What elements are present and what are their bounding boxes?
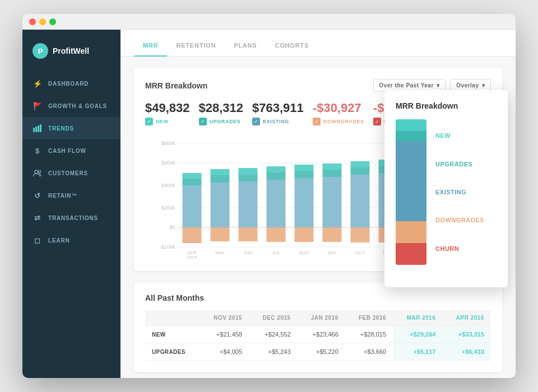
sidebar-item-trends[interactable]: Trends — [22, 117, 120, 139]
metric-value-downgrades: -$30,927 — [313, 101, 364, 115]
svg-rect-34 — [267, 166, 286, 172]
sidebar-item-label: Growth & Goals — [48, 103, 107, 109]
metric-value-new: $49,832 — [145, 101, 190, 115]
svg-point-4 — [35, 170, 38, 174]
svg-rect-41 — [323, 170, 342, 177]
svg-rect-40 — [323, 177, 342, 227]
titlebar — [22, 14, 516, 30]
row-val-upgrades-apr: +$6,410 — [442, 343, 491, 361]
checkbox-existing[interactable]: ✓ — [252, 118, 260, 125]
logo: P ProfitWell — [22, 35, 120, 67]
svg-text:JUN: JUN — [244, 250, 253, 255]
sidebar-item-label: Cash Flow — [48, 148, 86, 154]
svg-rect-26 — [211, 169, 230, 175]
top-tabs: MRR Retention Plans Cohorts — [120, 30, 516, 57]
checkbox-upgrades[interactable]: ✓ — [199, 118, 207, 125]
overlay-label-upgrades: UPGRADES — [435, 161, 484, 167]
metric-label-row-upgrades: ✓ UPGRADES — [199, 118, 244, 125]
sidebar-item-customers[interactable]: Customers — [22, 162, 120, 184]
tab-retention[interactable]: Retention — [167, 35, 225, 57]
overlay-popup-title: MRR Breakdown — [396, 101, 497, 110]
checkbox-churn[interactable]: ✓ — [373, 118, 381, 125]
svg-rect-31 — [267, 227, 286, 242]
row-val-upgrades-mar: +$5,117 — [393, 343, 442, 361]
row-val-upgrades-feb: +$3,660 — [345, 343, 393, 361]
svg-rect-24 — [211, 183, 230, 227]
sidebar-item-transactions[interactable]: ⇄ Transactions — [22, 207, 120, 229]
col-header-feb2016: FEB 2016 — [345, 310, 393, 326]
metric-existing: $763,911 ✓ EXISTING — [252, 101, 304, 125]
app-window: P ProfitWell ⚡ Dashboard 🚩 Growth & Goal… — [22, 14, 516, 378]
sidebar-item-growth-goals[interactable]: 🚩 Growth & Goals — [22, 95, 120, 117]
checkbox-new[interactable]: ✓ — [145, 118, 153, 125]
svg-rect-35 — [295, 227, 314, 242]
checkbox-downgrades[interactable]: ✓ — [313, 118, 321, 125]
col-header-jan2016: JAN 2016 — [298, 310, 345, 326]
label-downgrades: DOWNGRADES — [323, 119, 364, 124]
sidebar-item-cash-flow[interactable]: $ Cash Flow — [22, 139, 120, 162]
growth-icon: 🚩 — [33, 101, 43, 111]
close-button[interactable] — [29, 18, 36, 25]
tab-plans[interactable]: Plans — [225, 35, 266, 57]
svg-text:$400k: $400k — [161, 183, 175, 188]
table-header-row: NOV 2015 DEC 2015 JAN 2016 FEB 2016 MAR … — [145, 310, 491, 326]
maximize-button[interactable] — [49, 18, 56, 25]
svg-rect-38 — [295, 165, 314, 171]
sidebar-item-learn[interactable]: ◻ Learn — [22, 229, 120, 251]
row-label-new: NEW — [145, 326, 200, 343]
sidebar-item-retain[interactable]: ↺ Retain™ — [22, 184, 120, 207]
svg-rect-39 — [323, 227, 342, 242]
svg-rect-45 — [351, 167, 370, 175]
card-title: MRR Breakdown — [145, 81, 207, 90]
learn-icon: ◻ — [33, 235, 43, 245]
sidebar-item-label: Retain™ — [48, 193, 77, 199]
svg-rect-28 — [239, 181, 258, 227]
cashflow-icon: $ — [33, 146, 43, 156]
metric-label-row-existing: ✓ EXISTING — [252, 118, 304, 125]
sidebar: P ProfitWell ⚡ Dashboard 🚩 Growth & Goal… — [22, 30, 120, 378]
svg-rect-29 — [239, 174, 258, 181]
overlay-label-new: NEW — [435, 132, 484, 139]
table-section-title: All Past Months — [145, 293, 491, 302]
svg-rect-0 — [33, 128, 35, 132]
svg-rect-32 — [267, 180, 286, 227]
col-header-nov2015: NOV 2015 — [200, 310, 249, 326]
label-new: NEW — [156, 119, 169, 124]
svg-text:2015: 2015 — [187, 255, 197, 260]
tab-cohorts[interactable]: Cohorts — [266, 35, 318, 57]
col-header-mar2016: MAR 2016 — [393, 310, 442, 326]
svg-text:MAY: MAY — [215, 250, 225, 255]
logo-icon-letter: P — [38, 47, 43, 55]
svg-rect-2 — [38, 125, 39, 132]
traffic-lights — [29, 18, 56, 25]
svg-rect-43 — [351, 227, 370, 242]
svg-rect-20 — [183, 185, 202, 227]
row-val-upgrades-dec: +$5,243 — [249, 343, 298, 361]
metric-label-row-new: ✓ NEW — [145, 118, 190, 125]
overlay-label-existing: EXISTING — [435, 189, 484, 195]
table-row: UPGRADES +$4,005 +$5,243 +$5,220 +$3,660… — [145, 343, 491, 361]
mrr-breakdown-card: MRR Breakdown Over the Past Year ▾ Overl… — [134, 68, 502, 271]
svg-point-5 — [39, 170, 41, 172]
svg-text:JUL: JUL — [272, 250, 280, 255]
svg-rect-3 — [40, 124, 41, 132]
content-area: MRR Breakdown Over the Past Year ▾ Overl… — [120, 57, 516, 378]
label-existing: EXISTING — [263, 119, 289, 124]
svg-rect-21 — [183, 179, 202, 185]
chevron-down-icon: ▾ — [437, 82, 440, 88]
col-header-empty — [145, 310, 200, 326]
dashboard-icon: ⚡ — [33, 78, 43, 88]
svg-rect-23 — [211, 227, 230, 241]
metric-upgrades: $28,312 ✓ UPGRADES — [199, 101, 244, 125]
svg-rect-44 — [351, 175, 370, 227]
main-content: MRR Retention Plans Cohorts MRR Breakdow… — [120, 30, 516, 378]
svg-rect-19 — [183, 227, 202, 243]
tab-mrr[interactable]: MRR — [134, 35, 167, 57]
logo-icon: P — [33, 43, 48, 59]
overlay-label-downgrades: DOWNGRADES — [435, 217, 484, 223]
row-val-upgrades-jan: +$5,220 — [298, 343, 345, 361]
minimize-button[interactable] — [39, 18, 46, 25]
metric-value-upgrades: $28,312 — [199, 101, 244, 115]
sidebar-item-dashboard[interactable]: ⚡ Dashboard — [22, 72, 120, 95]
overlay-popup: MRR Breakdown — [384, 90, 508, 287]
